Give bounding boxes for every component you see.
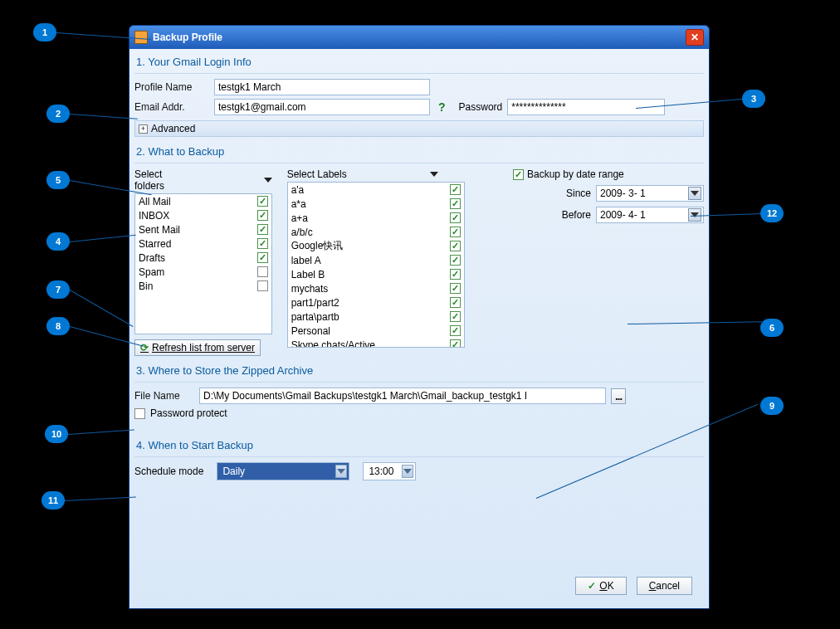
folder-row[interactable]: All Mail: [135, 194, 271, 208]
label-row[interactable]: a*a: [288, 197, 464, 211]
select-labels-label: Select Labels: [287, 168, 347, 180]
before-date-picker[interactable]: 2009- 4- 1: [596, 207, 704, 223]
callout-10: 10: [45, 425, 68, 443]
section-store-archive: 3. Where to Store the Zipped Archive Fil…: [134, 361, 704, 419]
email-input[interactable]: [214, 99, 430, 115]
label-name: part1/part2: [291, 297, 339, 309]
label-name: a*a: [291, 198, 306, 210]
label-row[interactable]: a/b/c: [288, 225, 464, 239]
backup-date-range-checkbox[interactable]: [513, 169, 524, 180]
before-label: Before: [562, 209, 591, 221]
label-row[interactable]: parta\partb: [288, 310, 464, 324]
folder-name: Sent Mail: [139, 224, 180, 236]
folder-row[interactable]: Spam: [135, 265, 271, 279]
before-date-value: 2009- 4- 1: [600, 209, 646, 221]
section-what-to-backup: 2. What to Backup Select folders All Mai…: [134, 142, 704, 356]
folder-checkbox[interactable]: [257, 210, 268, 221]
label-row[interactable]: mychats: [288, 281, 464, 295]
folder-row[interactable]: Bin: [135, 279, 271, 293]
email-label: Email Addr.: [134, 101, 209, 113]
folder-checkbox[interactable]: [257, 280, 268, 291]
help-icon[interactable]: ?: [438, 100, 446, 114]
folder-row[interactable]: Starred: [135, 236, 271, 251]
folders-listbox[interactable]: All MailINBOXSent MailStarredDraftsSpamB…: [134, 193, 272, 334]
dialog-footer: ✓ OK Cancel: [134, 485, 704, 600]
select-folders-label: Select folders: [134, 168, 189, 192]
filename-label: File Name: [134, 390, 194, 402]
label-checkbox[interactable]: [450, 311, 461, 322]
callout-1: 1: [33, 23, 56, 41]
refresh-folders-button[interactable]: ⟳ Refresh list from server: [134, 339, 261, 356]
label-checkbox[interactable]: [450, 241, 461, 251]
section2-heading: 2. What to Backup: [134, 142, 704, 163]
label-checkbox[interactable]: [450, 184, 461, 195]
label-name: Google快讯: [291, 239, 344, 253]
label-checkbox[interactable]: [450, 325, 461, 336]
label-checkbox[interactable]: [450, 297, 461, 308]
callout-5: 5: [46, 171, 70, 189]
labels-column: Select Labels a'aa*aa+aa/b/cGoogle快讯labe…: [287, 168, 465, 356]
label-name: parta\partb: [291, 311, 339, 323]
time-dropdown-icon[interactable]: [402, 465, 413, 478]
advanced-expander[interactable]: + Advanced: [134, 120, 704, 137]
since-date-picker[interactable]: 2009- 3- 1: [596, 185, 704, 202]
callout-9: 9: [760, 397, 784, 415]
section4-heading: 4. When to Start Backup: [134, 436, 704, 457]
label-row[interactable]: Google快讯: [288, 239, 464, 253]
folder-checkbox[interactable]: [257, 266, 268, 277]
ok-button[interactable]: ✓ OK: [575, 577, 626, 595]
label-checkbox[interactable]: [450, 198, 461, 209]
label-name: Personal: [291, 325, 330, 337]
label-name: mychats: [291, 283, 329, 295]
label-row[interactable]: label A: [288, 253, 464, 267]
callout-3: 3: [742, 90, 765, 108]
label-row[interactable]: a+a: [288, 211, 464, 225]
folder-checkbox[interactable]: [257, 252, 268, 263]
label-row[interactable]: Label B: [288, 267, 464, 281]
schedule-mode-label: Schedule mode: [134, 466, 203, 477]
filename-input[interactable]: [199, 388, 606, 404]
schedule-dropdown-icon[interactable]: [335, 465, 347, 478]
label-name: a'a: [291, 184, 305, 196]
folder-checkbox[interactable]: [257, 238, 268, 249]
profile-name-input[interactable]: [214, 79, 430, 95]
section-login-info: 1. Your Gmail Login Info Profile Name Em…: [134, 52, 704, 137]
date-range-column: Backup by date range Since 2009- 3- 1 Be…: [480, 168, 704, 356]
password-label: Password: [459, 101, 503, 113]
label-checkbox[interactable]: [450, 269, 461, 280]
label-checkbox[interactable]: [450, 283, 461, 294]
labels-dropdown-icon[interactable]: [430, 172, 438, 177]
section1-heading: 1. Your Gmail Login Info: [134, 52, 704, 74]
schedule-time-select[interactable]: 13:00: [363, 462, 416, 480]
label-row[interactable]: Personal: [288, 324, 464, 338]
label-row[interactable]: Skype chats/Active: [288, 338, 464, 347]
password-protect-label: Password protect: [150, 407, 227, 419]
password-protect-checkbox[interactable]: [134, 408, 145, 419]
folders-dropdown-icon[interactable]: [264, 178, 272, 183]
folder-name: All Mail: [139, 196, 171, 207]
labels-listbox[interactable]: a'aa*aa+aa/b/cGoogle快讯label ALabel Bmych…: [287, 182, 465, 348]
label-row[interactable]: part1/part2: [288, 295, 464, 310]
label-checkbox[interactable]: [450, 255, 461, 266]
folder-checkbox[interactable]: [257, 196, 268, 207]
cancel-button[interactable]: Cancel: [637, 577, 692, 595]
label-checkbox[interactable]: [450, 227, 461, 237]
section3-heading: 3. Where to Store the Zipped Archive: [134, 361, 704, 383]
browse-button[interactable]: ...: [611, 388, 626, 404]
label-checkbox[interactable]: [450, 212, 461, 223]
folder-name: INBOX: [139, 210, 169, 222]
close-button[interactable]: ✕: [686, 29, 704, 46]
label-checkbox[interactable]: [450, 339, 461, 347]
since-dropdown-icon[interactable]: [688, 187, 701, 200]
refresh-label: Refresh list from server: [152, 342, 255, 354]
label-name: Label B: [291, 269, 325, 280]
folder-row[interactable]: Drafts: [135, 251, 271, 265]
label-row[interactable]: a'a: [288, 183, 464, 197]
folder-row[interactable]: Sent Mail: [135, 222, 271, 236]
schedule-mode-select[interactable]: Daily: [217, 462, 349, 480]
window-body: 1. Your Gmail Login Info Profile Name Em…: [129, 49, 709, 608]
titlebar[interactable]: Backup Profile ✕: [129, 26, 709, 49]
folder-checkbox[interactable]: [257, 224, 268, 235]
since-label: Since: [566, 188, 591, 199]
folder-row[interactable]: INBOX: [135, 208, 271, 222]
